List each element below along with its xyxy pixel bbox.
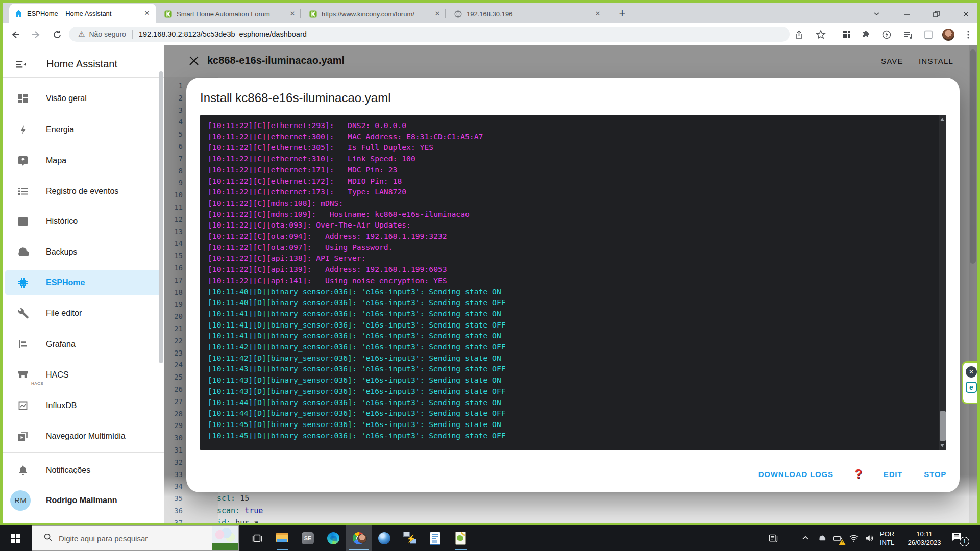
user-avatar: RM bbox=[10, 490, 31, 511]
sidebar-item-hist-rico[interactable]: Histórico bbox=[3, 209, 164, 234]
tray-chevron-icon[interactable] bbox=[799, 532, 812, 544]
log-terminal[interactable]: [10:11:22][C][ethernet:293]: DNS2: 0.0.0… bbox=[200, 115, 946, 450]
action-center-button[interactable]: 1 bbox=[950, 531, 971, 546]
reload-button[interactable] bbox=[51, 28, 64, 41]
download-logs-button[interactable]: DOWNLOAD LOGS bbox=[758, 470, 834, 479]
taskbar-app-notepad-plus[interactable] bbox=[448, 525, 474, 551]
sidebar-item-notifications[interactable]: Notificações bbox=[3, 458, 164, 483]
task-view-button[interactable] bbox=[245, 525, 270, 551]
onedrive-icon[interactable] bbox=[815, 532, 828, 544]
tab-close-icon[interactable]: ✕ bbox=[594, 10, 602, 18]
stop-button[interactable]: STOP bbox=[924, 470, 946, 479]
tab-close-icon[interactable]: ✕ bbox=[288, 10, 297, 18]
sidebar-menu-icon[interactable] bbox=[14, 58, 28, 71]
browser-toolbar: ⚠ Não seguro 192.168.30.2:8123/5c53de3b_… bbox=[3, 23, 977, 45]
taskbar-app-chrome[interactable] bbox=[346, 525, 372, 551]
sidebar-item-vis-o-geral[interactable]: Visão geral bbox=[3, 86, 164, 111]
tab-close-icon[interactable]: ✕ bbox=[433, 10, 442, 18]
browser-tab-4[interactable]: 192.168.30.196✕ bbox=[449, 5, 607, 23]
sidebar-item-esphome[interactable]: ESPHome bbox=[3, 270, 164, 295]
taskbar-app-edge[interactable] bbox=[321, 525, 346, 551]
log-line: [10:11:44][D][binary_sensor:036]: 'e16s-… bbox=[208, 397, 506, 408]
browser-tab-2[interactable]: Smart Home Automation Forum✕ bbox=[159, 5, 302, 23]
sidebar-item-label: Histórico bbox=[46, 217, 78, 226]
sidebar-scrollbar[interactable] bbox=[159, 71, 163, 363]
volume-icon[interactable] bbox=[863, 532, 876, 544]
keyboard-language[interactable]: PORINTL bbox=[880, 530, 894, 547]
log-line: [10:11:43][D][binary_sensor:036]: 'e16s-… bbox=[208, 363, 506, 374]
se-app-icon: SE bbox=[302, 532, 314, 544]
sidebar-item-label: File editor bbox=[46, 309, 82, 318]
sidebar-item-influxdb[interactable]: InfluxDB bbox=[3, 393, 164, 418]
window-border-left bbox=[0, 0, 3, 525]
taskbar-app-se[interactable]: SE bbox=[295, 525, 321, 551]
wifi-icon[interactable] bbox=[847, 532, 861, 544]
taskbar-app-network-tool[interactable]: ⚡ bbox=[397, 525, 423, 551]
new-tab-button[interactable]: + bbox=[615, 7, 629, 21]
tab-close-icon[interactable]: ✕ bbox=[143, 9, 151, 17]
terminal-scrollbar[interactable] bbox=[939, 115, 946, 450]
sidebar-item-mapa[interactable]: Mapa bbox=[3, 148, 164, 173]
sidebar-item-grafana[interactable]: Grafana bbox=[3, 332, 164, 357]
browser-tab-1[interactable]: ESPHome – Home Assistant✕ bbox=[9, 4, 156, 23]
widgets-news-icon[interactable] bbox=[767, 532, 780, 544]
forward-button[interactable] bbox=[30, 28, 43, 41]
sidebar-item-energia[interactable]: Energia bbox=[3, 117, 164, 142]
log-line: [10:11:22][C][ota:094]: Address: 192.168… bbox=[208, 231, 506, 242]
extension-grid-icon[interactable] bbox=[840, 28, 853, 41]
close-circle-icon[interactable]: ✕ bbox=[966, 366, 977, 378]
window-menu-chevron[interactable] bbox=[869, 7, 884, 21]
sidebar-item-registro-de-eventos[interactable]: Registro de eventos bbox=[3, 179, 164, 204]
scroll-up-arrow-icon[interactable] bbox=[940, 118, 944, 121]
log-line: [10:11:40][D][binary_sensor:036]: 'e16s-… bbox=[208, 286, 506, 297]
taskbar-app-winbox[interactable] bbox=[372, 525, 397, 551]
window-close-button[interactable] bbox=[958, 7, 973, 21]
security-warning-icon[interactable]: ⚠ bbox=[78, 30, 85, 39]
ha-sidebar: Home Assistant Visão geralEnergiaMapaReg… bbox=[3, 45, 164, 523]
help-icon[interactable]: ? bbox=[855, 467, 862, 481]
log-line: [10:11:22][C][api:138]: API Server: bbox=[208, 253, 506, 264]
extension-lightning-icon[interactable] bbox=[880, 28, 893, 41]
log-line: [10:11:22][C][ethernet:300]: MAC Address… bbox=[208, 131, 506, 142]
sidebar-item-backups[interactable]: Backups bbox=[3, 239, 164, 265]
view-dashboard-icon bbox=[17, 92, 29, 105]
address-bar[interactable]: ⚠ Não seguro 192.168.30.2:8123/5c53de3b_… bbox=[69, 27, 790, 42]
sidebar-item-label: Navegador Multimídia bbox=[46, 432, 126, 441]
wrench-icon bbox=[17, 307, 29, 319]
sidebar-item-hacs[interactable]: HACSHACS bbox=[3, 362, 164, 388]
scroll-down-arrow-icon[interactable] bbox=[940, 444, 944, 447]
extensions-puzzle-icon[interactable] bbox=[860, 28, 873, 41]
sidebar-item-label: HACS bbox=[46, 370, 68, 380]
sidebar-item-navegador-multim-dia[interactable]: Navegador Multimídia bbox=[3, 423, 164, 449]
back-button[interactable] bbox=[9, 28, 22, 41]
window-minimize-button[interactable] bbox=[899, 7, 915, 21]
eset-e-icon[interactable]: e bbox=[966, 382, 977, 393]
edit-button[interactable]: EDIT bbox=[884, 470, 902, 479]
log-line: [10:11:22][C][mdns:109]: Hostname: kc868… bbox=[208, 209, 506, 220]
hacs-icon: HACS bbox=[17, 369, 29, 381]
bookmark-star-icon[interactable] bbox=[814, 28, 827, 41]
profile-avatar[interactable] bbox=[942, 29, 954, 41]
url-text: 192.168.30.2:8123/5c53de3b_esphome/dashb… bbox=[139, 30, 307, 38]
sidebar-item-file-editor[interactable]: File editor bbox=[3, 300, 164, 326]
taskbar-app-writer[interactable] bbox=[423, 525, 448, 551]
taskbar-app-file-explorer[interactable] bbox=[270, 525, 295, 551]
sidebar-item-user[interactable]: RM Rodrigo Mallmann bbox=[3, 488, 164, 513]
browser-menu-icon[interactable] bbox=[962, 28, 975, 41]
account-map-icon bbox=[17, 155, 29, 167]
search-highlight-image[interactable] bbox=[212, 526, 238, 550]
start-button[interactable] bbox=[0, 525, 32, 551]
battery-warning-icon[interactable]: ! bbox=[831, 532, 844, 544]
extension-playlist-icon[interactable] bbox=[901, 28, 915, 41]
share-icon[interactable] bbox=[793, 28, 806, 41]
terminal-scrollbar-thumb[interactable] bbox=[940, 411, 946, 441]
browser-tab-3[interactable]: https://www.kincony.com/forum/✕ bbox=[304, 5, 447, 23]
log-line: [10:11:43][D][binary_sensor:036]: 'e16s-… bbox=[208, 386, 506, 397]
extension-page-icon[interactable] bbox=[922, 28, 935, 41]
taskbar-search[interactable]: Digite aqui para pesquisar bbox=[32, 525, 239, 551]
tray-time: 10:11 bbox=[902, 530, 946, 538]
window-restore-button[interactable] bbox=[928, 7, 944, 21]
install-dialog: Install kc868-e16s-iluminacao.yaml [10:1… bbox=[186, 78, 960, 492]
clock[interactable]: 10:11 26/03/2023 bbox=[902, 530, 946, 547]
log-line: [10:11:22][C][ethernet:305]: Is Full Dup… bbox=[208, 142, 506, 153]
